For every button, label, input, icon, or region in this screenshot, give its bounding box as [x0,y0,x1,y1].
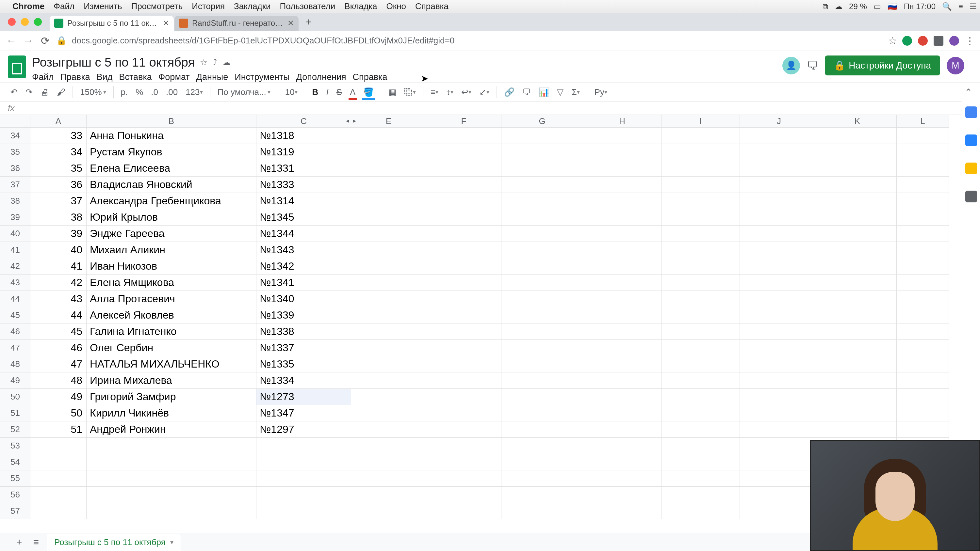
row-header[interactable]: 49 [0,372,30,389]
cell-K[interactable] [818,372,897,389]
cell-C[interactable]: №1297 [256,421,351,438]
add-sheet-button[interactable]: + [13,535,25,549]
cell-H[interactable] [583,307,662,324]
menu-file[interactable]: Файл [32,72,54,82]
cell-L[interactable] [897,389,949,405]
vertical-align[interactable]: ↕ [444,86,456,98]
ext-icon-1[interactable] [902,36,912,46]
cell-H[interactable] [583,405,662,421]
cell-I[interactable] [662,128,740,144]
cell-E[interactable] [351,307,426,324]
cell-L[interactable] [897,128,949,144]
table-row[interactable]: 4443Алла Протасевич№1340 [0,291,949,307]
cell-L[interactable] [897,405,949,421]
cell-L[interactable] [897,291,949,307]
table-row[interactable]: 54 [0,454,949,470]
mac-menu-file[interactable]: Файл [54,1,75,11]
cell-C[interactable]: №1340 [256,291,351,307]
cell-F[interactable] [426,209,501,225]
cell-C[interactable]: №1334 [256,372,351,389]
cell-J[interactable] [740,307,818,324]
ext-icon-2[interactable] [918,36,928,46]
insert-comment-icon[interactable]: 🗨 [520,86,533,98]
decrease-decimal[interactable]: .0 [148,86,161,98]
table-row[interactable]: 3837Александра Гребенщикова№1314 [0,193,949,209]
cell-C[interactable]: №1333 [256,176,351,193]
cell-K[interactable] [818,193,897,209]
redo-icon[interactable]: ↷ [23,86,35,98]
cell-I[interactable] [662,193,740,209]
cell-E[interactable] [351,291,426,307]
cell-A[interactable]: 43 [30,291,87,307]
cell-B[interactable]: Эндже Гареева [87,225,256,242]
cell-G[interactable] [501,454,583,470]
cell-I[interactable] [662,242,740,258]
cell-H[interactable] [583,209,662,225]
tab-active[interactable]: Розыгрыш с 5 по 11 октября ✕ [50,16,174,31]
cell-B[interactable]: Алексей Яковлев [87,307,256,324]
cell-E[interactable] [351,258,426,275]
bold-button[interactable]: B [310,86,321,98]
cell-F[interactable] [426,258,501,275]
cell-C[interactable]: №1342 [256,258,351,275]
cell-B[interactable]: Елена Елисеева [87,160,256,176]
menu-addons[interactable]: Дополнения [296,72,346,82]
cell-B[interactable] [87,454,256,470]
table-row[interactable]: 4342Елена Ямщикова№1341 [0,275,949,291]
cell-B[interactable]: Елена Ямщикова [87,275,256,291]
cell-J[interactable] [740,470,818,487]
mac-menu-window[interactable]: Окно [387,1,406,11]
table-row[interactable]: 4847НАТАЛЬЯ МИХАЛЬЧЕНКО№1335 [0,356,949,372]
cell-H[interactable] [583,470,662,487]
cell-E[interactable] [351,389,426,405]
cell-I[interactable] [662,160,740,176]
control-center-icon[interactable]: ≡ [958,2,963,11]
cell-J[interactable] [740,454,818,470]
col-header-L[interactable]: L [897,115,949,128]
col-header-J[interactable]: J [740,115,818,128]
cell-A[interactable]: 40 [30,242,87,258]
undo-icon[interactable]: ↶ [8,86,20,98]
cell-I[interactable] [662,389,740,405]
cell-F[interactable] [426,487,501,503]
cell-L[interactable] [897,225,949,242]
cell-E[interactable] [351,454,426,470]
cell-I[interactable] [662,438,740,454]
text-wrap[interactable]: ↩ [459,86,474,98]
table-row[interactable]: 56 [0,487,949,503]
table-row[interactable]: 4241Иван Никозов№1342 [0,258,949,275]
cell-J[interactable] [740,324,818,340]
cell-A[interactable]: 36 [30,176,87,193]
row-header[interactable]: 51 [0,405,30,421]
cell-G[interactable] [501,144,583,160]
cell-A[interactable] [30,438,87,454]
cell-C[interactable]: №1338 [256,324,351,340]
table-row[interactable]: 4645Галина Игнатенко№1338 [0,324,949,340]
cell-H[interactable] [583,128,662,144]
print-icon[interactable]: 🖨 [38,86,52,98]
cell-C[interactable]: №1339 [256,307,351,324]
sheets-logo-icon[interactable] [8,56,26,78]
cell-K[interactable] [818,242,897,258]
cell-G[interactable] [501,324,583,340]
cell-K[interactable] [818,340,897,356]
table-row[interactable]: 3736Владислав Яновский№1333 [0,176,949,193]
table-row[interactable]: 4746Олег Сербин№1337 [0,340,949,356]
cell-K[interactable] [818,144,897,160]
cell-H[interactable] [583,242,662,258]
cell-H[interactable] [583,356,662,372]
cell-F[interactable] [426,389,501,405]
cell-G[interactable] [501,128,583,144]
fill-color-button[interactable]: 🪣 [361,86,376,98]
cell-G[interactable] [501,421,583,438]
cell-B[interactable]: Кирилл Чикинёв [87,405,256,421]
col-header-C[interactable]: C ◂ [256,115,351,128]
cell-K[interactable] [818,275,897,291]
cell-K[interactable] [818,225,897,242]
cell-L[interactable] [897,258,949,275]
mac-menu-help[interactable]: Справка [415,1,449,11]
table-row[interactable]: 3433Анна Понькина№1318 [0,128,949,144]
cell-F[interactable] [426,503,501,519]
nav-reload[interactable]: ⟳ [39,35,51,47]
cell-I[interactable] [662,176,740,193]
